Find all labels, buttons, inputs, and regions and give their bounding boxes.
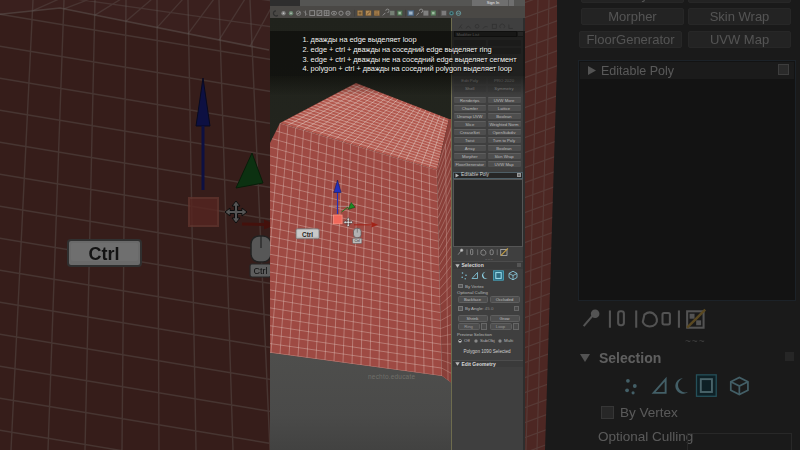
svg-text:nechto.educate: nechto.educate	[368, 373, 415, 380]
svg-text:Ctrl: Ctrl	[89, 244, 120, 264]
svg-text:Ctrl: Ctrl	[254, 266, 268, 276]
svg-text:Ctrl: Ctrl	[302, 231, 313, 238]
svg-text:Ctrl: Ctrl	[355, 239, 361, 243]
